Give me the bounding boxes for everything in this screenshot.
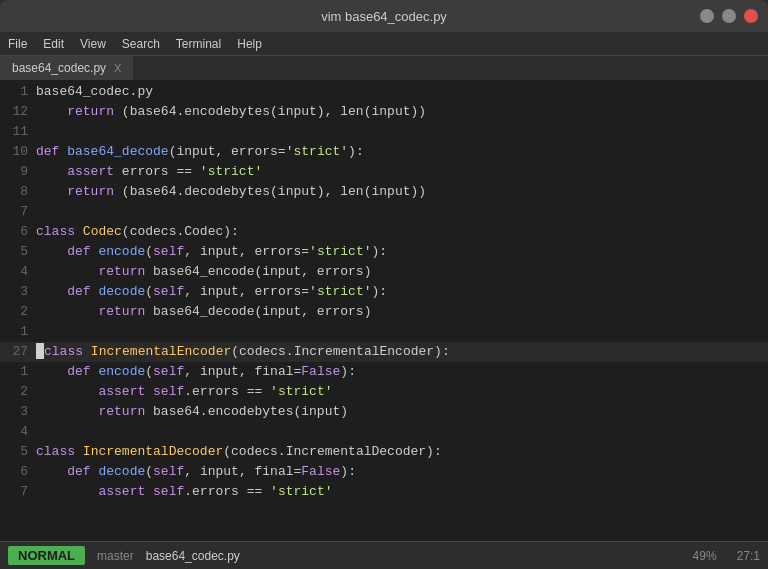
window-controls: [700, 9, 758, 23]
token-plain: [83, 344, 91, 359]
token-kw: class: [44, 344, 83, 359]
token-plain: (base64.decodebytes(input), len(input)): [114, 184, 426, 199]
code-container[interactable]: 1base64_codec.py12 return (base64.encode…: [0, 80, 768, 541]
token-str: 'strict': [270, 384, 332, 399]
token-plain: [36, 484, 98, 499]
token-plain: (codecs.IncrementalDecoder):: [223, 444, 441, 459]
code-line: 4: [0, 422, 768, 442]
line-content: def decode(self, input, errors='strict')…: [36, 282, 768, 302]
token-kw: self: [153, 284, 184, 299]
line-number: 27: [0, 342, 36, 362]
token-kw: return: [67, 184, 114, 199]
line-number: 10: [0, 142, 36, 162]
close-button[interactable]: [744, 9, 758, 23]
line-content: class IncrementalEncoder(codecs.Incremen…: [36, 342, 768, 362]
token-plain: , input, final=: [184, 464, 301, 479]
token-plain: ):: [340, 364, 356, 379]
code-line: 9 assert errors == 'strict': [0, 162, 768, 182]
token-plain: [36, 304, 98, 319]
menu-edit[interactable]: Edit: [43, 37, 64, 51]
token-plain: ):: [372, 244, 388, 259]
code-line: 6class Codec(codecs.Codec):: [0, 222, 768, 242]
title-bar: vim base64_codec.py: [0, 0, 768, 32]
token-plain: [145, 484, 153, 499]
token-plain: (: [145, 284, 153, 299]
line-content: class IncrementalDecoder(codecs.Incremen…: [36, 442, 768, 462]
menu-terminal[interactable]: Terminal: [176, 37, 221, 51]
line-content: def decode(self, input, final=False):: [36, 462, 768, 482]
token-plain: errors ==: [114, 164, 200, 179]
token-kw: return: [98, 264, 145, 279]
line-number: 2: [0, 382, 36, 402]
token-plain: [75, 444, 83, 459]
line-number: 4: [0, 422, 36, 442]
token-str: 'strict': [286, 144, 348, 159]
code-line: 27class IncrementalEncoder(codecs.Increm…: [0, 342, 768, 362]
line-number: 4: [0, 262, 36, 282]
line-number: 7: [0, 482, 36, 502]
token-kw: self: [153, 384, 184, 399]
token-plain: base64_codec.py: [36, 84, 153, 99]
line-number: 1: [0, 322, 36, 342]
line-number: 12: [0, 102, 36, 122]
token-kw: self: [153, 364, 184, 379]
token-fn: encode: [98, 364, 145, 379]
maximize-button[interactable]: [722, 9, 736, 23]
token-cls: Codec: [83, 224, 122, 239]
window-title: vim base64_codec.py: [321, 9, 447, 24]
code-line: 1 def encode(self, input, final=False):: [0, 362, 768, 382]
line-number: 2: [0, 302, 36, 322]
code-line: 5 def encode(self, input, errors='strict…: [0, 242, 768, 262]
code-line: 8 return (base64.decodebytes(input), len…: [0, 182, 768, 202]
token-kw: False: [301, 364, 340, 379]
token-plain: ):: [340, 464, 356, 479]
tab-close-icon[interactable]: X: [114, 62, 121, 74]
token-kw: self: [153, 464, 184, 479]
menu-search[interactable]: Search: [122, 37, 160, 51]
token-plain: [36, 284, 67, 299]
token-kw: def: [67, 464, 90, 479]
line-number: 7: [0, 202, 36, 222]
menu-file[interactable]: File: [8, 37, 27, 51]
line-number: 9: [0, 162, 36, 182]
code-line: 10def base64_decode(input, errors='stric…: [0, 142, 768, 162]
token-plain: [36, 364, 67, 379]
line-content: return base64.encodebytes(input): [36, 402, 768, 422]
cursor-position: 27:1: [737, 549, 760, 563]
token-kw: return: [98, 404, 145, 419]
line-content: base64_codec.py: [36, 82, 768, 102]
menu-bar: File Edit View Search Terminal Help: [0, 32, 768, 56]
token-plain: [36, 464, 67, 479]
token-plain: [36, 164, 67, 179]
token-kw: assert: [98, 384, 145, 399]
vim-cursor: [36, 343, 44, 359]
token-kw: def: [67, 244, 90, 259]
token-cls: IncrementalEncoder: [91, 344, 231, 359]
token-plain: [36, 384, 98, 399]
editor-tab[interactable]: base64_codec.py X: [0, 56, 133, 80]
code-line: 4 return base64_encode(input, errors): [0, 262, 768, 282]
token-kw: return: [67, 104, 114, 119]
token-kw: assert: [67, 164, 114, 179]
line-number: 8: [0, 182, 36, 202]
token-plain: , input, final=: [184, 364, 301, 379]
token-plain: base64_decode(input, errors): [145, 304, 371, 319]
menu-view[interactable]: View: [80, 37, 106, 51]
scroll-percent: 49%: [693, 549, 717, 563]
token-fn: decode: [98, 284, 145, 299]
token-plain: (: [145, 364, 153, 379]
token-plain: base64_encode(input, errors): [145, 264, 371, 279]
line-number: 3: [0, 282, 36, 302]
minimize-button[interactable]: [700, 9, 714, 23]
token-plain: (: [145, 244, 153, 259]
token-fn: base64_decode: [67, 144, 168, 159]
menu-help[interactable]: Help: [237, 37, 262, 51]
token-plain: (: [145, 464, 153, 479]
token-plain: [75, 224, 83, 239]
token-kw: assert: [98, 484, 145, 499]
line-content: def base64_decode(input, errors='strict'…: [36, 142, 768, 162]
code-line: 7 assert self.errors == 'strict': [0, 482, 768, 502]
token-kw: def: [36, 144, 59, 159]
token-plain: [36, 264, 98, 279]
token-plain: [36, 104, 67, 119]
